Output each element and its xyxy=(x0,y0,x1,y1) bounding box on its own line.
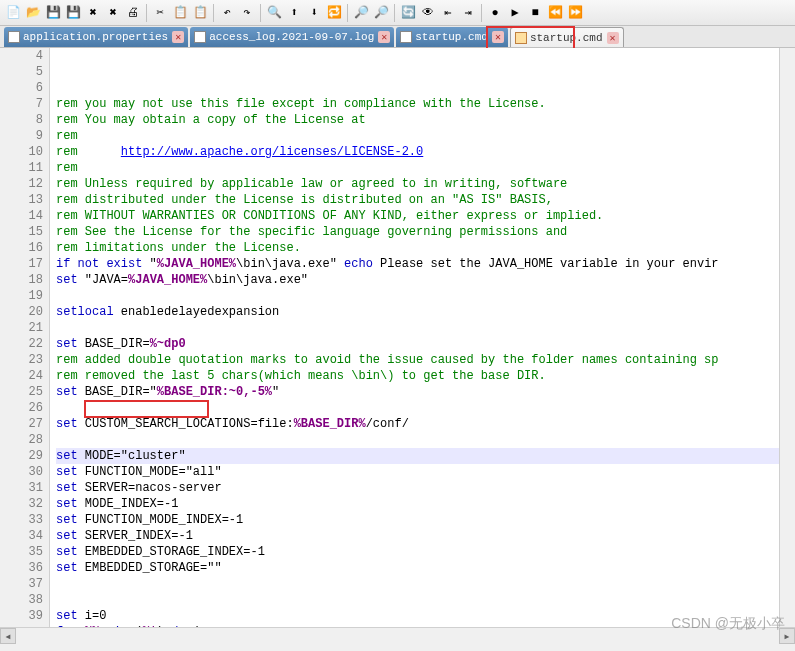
code-line[interactable]: set SERVER=nacos-server xyxy=(56,480,779,496)
tab-close-icon[interactable]: ✕ xyxy=(492,31,504,43)
code-line[interactable]: rem You may obtain a copy of the License… xyxy=(56,112,779,128)
code-line[interactable]: rem Unless required by applicable law or… xyxy=(56,176,779,192)
code-line[interactable] xyxy=(56,432,779,448)
file-icon xyxy=(194,31,206,43)
find-prev-button[interactable]: ⬆ xyxy=(285,4,303,22)
close-button[interactable]: ✖ xyxy=(84,4,102,22)
code-line[interactable]: set BASE_DIR="%BASE_DIR:~0,-5%" xyxy=(56,384,779,400)
code-line[interactable]: rem http://www.apache.org/licenses/LICEN… xyxy=(56,144,779,160)
end-button[interactable]: ⏩ xyxy=(566,4,584,22)
tab-label: application.properties xyxy=(23,31,168,43)
code-line[interactable] xyxy=(56,400,779,416)
outdent-button[interactable]: ⇤ xyxy=(439,4,457,22)
scroll-track[interactable] xyxy=(16,628,779,643)
undo-button[interactable]: ↶ xyxy=(218,4,236,22)
line-number: 24 xyxy=(0,368,43,384)
code-line[interactable]: set MODE_INDEX=-1 xyxy=(56,496,779,512)
line-number: 28 xyxy=(0,432,43,448)
code-line[interactable]: set FUNCTION_MODE_INDEX=-1 xyxy=(56,512,779,528)
code-line[interactable]: rem WITHOUT WARRANTIES OR CONDITIONS OF … xyxy=(56,208,779,224)
redo-button[interactable]: ↷ xyxy=(238,4,256,22)
code-line[interactable]: set BASE_DIR=%~dp0 xyxy=(56,336,779,352)
toolbar-separator xyxy=(146,4,147,22)
line-number: 10 xyxy=(0,144,43,160)
copy-button[interactable]: 📋 xyxy=(171,4,189,22)
code-line[interactable]: rem limitations under the License. xyxy=(56,240,779,256)
line-number: 16 xyxy=(0,240,43,256)
tab-0[interactable]: application.properties✕ xyxy=(4,27,188,47)
code-line[interactable]: rem xyxy=(56,128,779,144)
record-button[interactable]: ● xyxy=(486,4,504,22)
code-line[interactable]: rem distributed under the License is dis… xyxy=(56,192,779,208)
save-all-button[interactable]: 💾 xyxy=(64,4,82,22)
line-number: 8 xyxy=(0,112,43,128)
open-button[interactable]: 📂 xyxy=(24,4,42,22)
toolbar-separator xyxy=(481,4,482,22)
tab-1[interactable]: access_log.2021-09-07.log✕ xyxy=(190,27,394,47)
code-line[interactable] xyxy=(56,592,779,608)
code-line[interactable]: set EMBEDDED_STORAGE="" xyxy=(56,560,779,576)
tab-label: startup.cmd xyxy=(530,32,603,44)
code-line[interactable]: set SERVER_INDEX=-1 xyxy=(56,528,779,544)
zoom-out-button[interactable]: 🔎 xyxy=(372,4,390,22)
code-line[interactable]: if not exist "%JAVA_HOME%\bin\java.exe" … xyxy=(56,256,779,272)
tab-bar: application.properties✕access_log.2021-0… xyxy=(0,26,795,48)
stop-button[interactable]: ■ xyxy=(526,4,544,22)
code-line[interactable]: set MODE="cluster" xyxy=(56,448,779,464)
line-number: 11 xyxy=(0,160,43,176)
line-number: 25 xyxy=(0,384,43,400)
tab-3[interactable]: startup.cmd✕ xyxy=(510,27,624,47)
indent-button[interactable]: ⇥ xyxy=(459,4,477,22)
print-button[interactable]: 🖨 xyxy=(124,4,142,22)
code-line[interactable]: set "JAVA=%JAVA_HOME%\bin\java.exe" xyxy=(56,272,779,288)
code-line[interactable]: set EMBEDDED_STORAGE_INDEX=-1 xyxy=(56,544,779,560)
tab-close-icon[interactable]: ✕ xyxy=(607,32,619,44)
code-line[interactable]: rem See the License for the specific lan… xyxy=(56,224,779,240)
line-number: 12 xyxy=(0,176,43,192)
code-line[interactable]: set i=0 xyxy=(56,608,779,624)
editor: 4567891011121314151617181920212223242526… xyxy=(0,48,795,627)
code-line[interactable]: rem added double quotation marks to avoi… xyxy=(56,352,779,368)
cut-button[interactable]: ✂ xyxy=(151,4,169,22)
tab-2[interactable]: startup.cmd✕ xyxy=(396,27,508,47)
code-area[interactable]: rem you may not use this file except in … xyxy=(50,48,779,627)
line-number: 15 xyxy=(0,224,43,240)
paste-button[interactable]: 📋 xyxy=(191,4,209,22)
code-line[interactable]: set FUNCTION_MODE="all" xyxy=(56,464,779,480)
code-line[interactable] xyxy=(56,288,779,304)
line-number: 31 xyxy=(0,480,43,496)
toolbar-separator xyxy=(347,4,348,22)
close-all-button[interactable]: ✖ xyxy=(104,4,122,22)
save-button[interactable]: 💾 xyxy=(44,4,62,22)
code-line[interactable]: rem xyxy=(56,160,779,176)
tab-close-icon[interactable]: ✕ xyxy=(172,31,184,43)
code-line[interactable]: for %%a in (%*) do ( xyxy=(56,624,779,627)
code-line[interactable]: setlocal enabledelayedexpansion xyxy=(56,304,779,320)
replace-button[interactable]: 🔁 xyxy=(325,4,343,22)
line-number: 20 xyxy=(0,304,43,320)
play-button[interactable]: ▶ xyxy=(506,4,524,22)
find-next-button[interactable]: ⬇ xyxy=(305,4,323,22)
file-icon xyxy=(8,31,20,43)
tab-close-icon[interactable]: ✕ xyxy=(378,31,390,43)
code-line[interactable]: rem you may not use this file except in … xyxy=(56,96,779,112)
code-line[interactable]: rem removed the last 5 chars(which means… xyxy=(56,368,779,384)
rewind-button[interactable]: ⏪ xyxy=(546,4,564,22)
show-all-button[interactable]: 👁 xyxy=(419,4,437,22)
horizontal-scrollbar[interactable]: ◀ ▶ xyxy=(0,627,795,643)
sync-button[interactable]: 🔄 xyxy=(399,4,417,22)
search-button[interactable]: 🔍 xyxy=(265,4,283,22)
tab-label: access_log.2021-09-07.log xyxy=(209,31,374,43)
new-button[interactable]: 📄 xyxy=(4,4,22,22)
scroll-right-arrow[interactable]: ▶ xyxy=(779,628,795,644)
code-line[interactable] xyxy=(56,576,779,592)
toolbar-separator xyxy=(260,4,261,22)
line-number: 32 xyxy=(0,496,43,512)
scroll-left-arrow[interactable]: ◀ xyxy=(0,628,16,644)
vertical-scrollbar[interactable] xyxy=(779,48,795,627)
code-line[interactable] xyxy=(56,320,779,336)
zoom-in-button[interactable]: 🔎 xyxy=(352,4,370,22)
code-line[interactable]: set CUSTOM_SEARCH_LOCATIONS=file:%BASE_D… xyxy=(56,416,779,432)
toolbar-separator xyxy=(394,4,395,22)
line-number: 29 xyxy=(0,448,43,464)
